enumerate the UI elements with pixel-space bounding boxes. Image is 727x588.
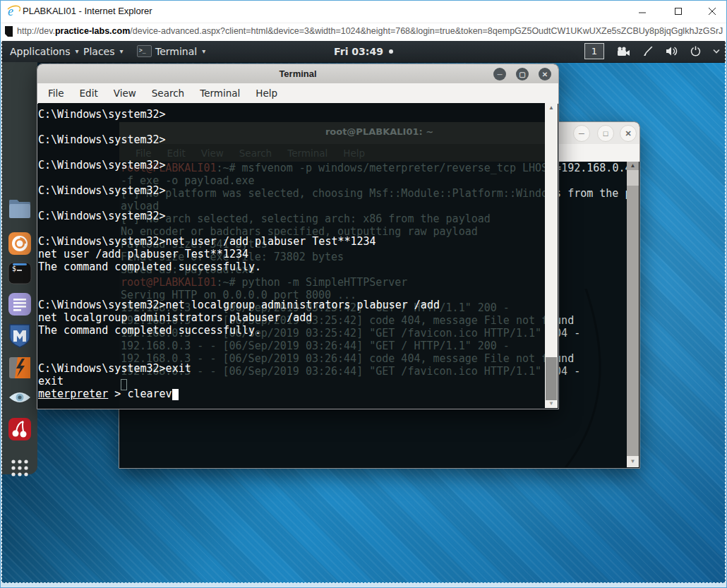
minimize-button[interactable]: ─ (493, 68, 506, 80)
terminal-line: C:\Windows\system32>net localgroup admin… (38, 299, 440, 311)
close-button[interactable]: ✕ (539, 68, 551, 80)
screen-recorder-icon[interactable] (616, 47, 630, 56)
window-title: PLABKALI01 - Internet Explorer (23, 6, 152, 16)
front-terminal-scrollbar[interactable]: ▲ ▼ (545, 103, 558, 408)
front-terminal-title: Terminal (279, 68, 316, 79)
maximize-button[interactable]: □ (597, 125, 614, 142)
menu-item-help[interactable]: Help (248, 85, 285, 102)
terminal-line: C:\Windows\system32>net user /add plabus… (38, 235, 440, 248)
scroll-up-arrow[interactable]: ▲ (545, 104, 558, 111)
front-terminal-text: C:\Windows\system32>C:\Windows\system32>… (38, 108, 440, 400)
burpsuite-icon[interactable] (7, 356, 32, 380)
ie-maximize-button[interactable] (666, 3, 690, 20)
menu-item-terminal[interactable]: Terminal (192, 85, 248, 102)
svg-text:$: $ (12, 265, 16, 272)
scrollbar-thumb[interactable] (546, 357, 557, 400)
scroll-down-arrow[interactable]: ▼ (627, 456, 639, 467)
front-terminal-titlebar[interactable]: Terminal ─ ▢ ✕ (37, 64, 558, 84)
remote-desktop-viewport: Applications Places >_ Terminal Fri 03:4… (1, 40, 726, 583)
ie-bottom-border (1, 583, 726, 587)
menu-item-view[interactable]: View (106, 85, 144, 102)
terminal-line: C:\Windows\system32> (38, 184, 440, 197)
terminal-line (38, 273, 440, 286)
scroll-up-arrow[interactable]: ▲ (627, 162, 639, 169)
terminal-line: meterpreter > clearev (38, 388, 440, 400)
terminal-line: exit (38, 375, 440, 388)
terminal-line: net localgroup administrators plabuser /… (38, 311, 440, 324)
terminal-line: C:\Windows\system32>exit (38, 362, 440, 375)
ie-close-button[interactable] (700, 3, 724, 20)
terminal-line: net user /add plabuser Test**1234 (38, 248, 440, 260)
maximize-button[interactable]: ▢ (516, 68, 529, 80)
metasploit-icon[interactable] (7, 323, 32, 349)
show-applications-icon[interactable] (7, 457, 32, 479)
page-icon (4, 25, 13, 37)
terminal-line: C:\Windows\system32> (38, 108, 440, 121)
text-editor-icon[interactable] (7, 292, 32, 316)
terminal-line (38, 349, 440, 362)
terminal-line: C:\Windows\system32> (38, 133, 440, 146)
terminal-line: C:\Windows\system32> (38, 159, 440, 172)
menu-item-search[interactable]: Search (144, 85, 192, 102)
volume-icon[interactable] (666, 46, 678, 56)
scroll-down-arrow[interactable]: ▼ (545, 400, 558, 407)
gnome-top-bar: Applications Places >_ Terminal Fri 03:4… (1, 40, 726, 63)
files-icon[interactable] (7, 198, 32, 220)
chevron-down-icon[interactable] (713, 49, 720, 54)
terminal-line (38, 146, 440, 159)
running-indicator (13, 263, 27, 265)
terminal-line (38, 121, 440, 133)
workspace-indicator[interactable]: 1 (584, 43, 604, 59)
menu-item-edit[interactable]: Edit (72, 85, 106, 102)
ie-titlebar[interactable]: e PLABKALI01 - Internet Explorer (0, 0, 727, 23)
terminal-line (38, 286, 440, 299)
address-bar[interactable]: http://dev.practice-labs.com/device-adva… (0, 23, 727, 41)
power-icon[interactable] (690, 46, 701, 56)
minimize-button[interactable]: ─ (573, 125, 590, 142)
back-terminal-scrollbar[interactable]: ▲ ▼ (627, 162, 639, 467)
terminal-line (38, 172, 440, 184)
menu-item-file[interactable]: File (40, 85, 72, 102)
front-terminal-menubar: FileEditViewSearchTerminalHelp (37, 83, 558, 104)
terminal-line: The command completed successfully. (38, 324, 440, 337)
eye-viewer-icon[interactable] (7, 390, 32, 404)
scrollbar-thumb[interactable] (627, 170, 639, 186)
terminal-line: C:\Windows\system32> (38, 210, 440, 222)
firefox-icon[interactable] (7, 232, 32, 256)
terminal-line (38, 197, 440, 210)
cherrytree-icon[interactable] (7, 417, 32, 441)
front-terminal-window: Terminal ─ ▢ ✕ FileEditViewSearchTermina… (37, 64, 559, 409)
ie-minimize-button[interactable] (630, 3, 654, 20)
terminal-line (38, 337, 440, 349)
notification-dot (389, 49, 393, 54)
brush-icon[interactable] (642, 46, 654, 57)
url-text[interactable]: http://dev.practice-labs.com/device-adva… (17, 26, 723, 36)
terminal-line: The command completed successfully. (38, 260, 440, 273)
front-terminal-screen[interactable]: root@PLABKALI01: ~ FileEditViewSearchTer… (38, 103, 545, 408)
close-button[interactable]: ✕ (620, 125, 637, 142)
terminal-line (38, 222, 440, 235)
gnome-dash: $ (1, 62, 37, 474)
internet-explorer-icon: e (6, 4, 20, 18)
